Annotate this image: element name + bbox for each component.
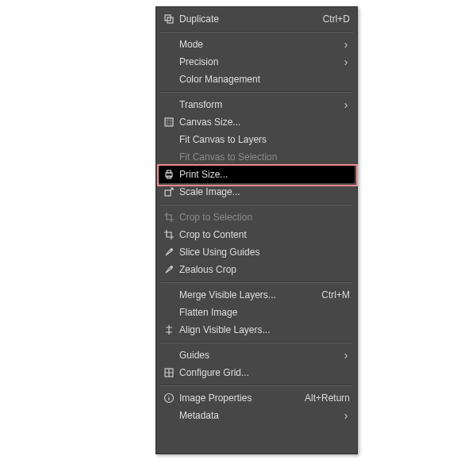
menu-item-label: Guides [179,350,340,361]
menu-item-configure-grid[interactable]: Configure Grid... [159,364,355,381]
svg-point-7 [171,249,172,251]
menu-separator [160,91,353,93]
crop-icon [159,229,179,240]
menu-item-image-properties[interactable]: Image PropertiesAlt+Return [159,389,355,407]
menu-item-label: Mode [179,39,340,50]
scale-icon [159,186,179,197]
menu-item-label: Crop to Content [179,229,355,240]
menu-separator [160,385,353,386]
menu-item-label: Fit Canvas to Selection [179,151,355,163]
canvas-size-icon [159,117,179,128]
menu-item-zealous-crop[interactable]: Zealous Crop [159,261,355,278]
grid-icon [159,367,179,378]
menu-item-slice-guides[interactable]: Slice Using Guides [159,243,355,261]
print-icon [159,169,179,180]
menu-item-label: Align Visible Layers... [179,324,355,335]
menu-item-label: Zealous Crop [179,264,355,275]
menu-item-precision[interactable]: Precision› [159,53,355,71]
menu-item-label: Precision [179,56,340,67]
menu-item-color-management[interactable]: Color Management [159,71,355,88]
crop-icon [159,212,179,223]
menu-item-mode[interactable]: Mode› [159,36,355,53]
submenu-arrow-icon: › [340,410,355,421]
svg-rect-6 [165,190,171,196]
slice-icon [159,264,179,275]
submenu-arrow-icon: › [340,99,355,110]
menu-item-crop-selection: Crop to Selection [159,209,355,226]
svg-rect-2 [165,118,173,126]
svg-rect-4 [167,170,171,173]
duplicate-icon [159,13,179,25]
submenu-arrow-icon: › [340,350,355,361]
menu-item-align-visible[interactable]: Align Visible Layers... [159,321,355,339]
menu-item-shortcut: Alt+Return [305,392,355,404]
menu-item-metadata[interactable]: Metadata› [159,407,355,424]
menu-item-shortcut: Ctrl+D [323,13,355,25]
submenu-arrow-icon: › [340,39,355,50]
menu-item-label: Duplicate [179,13,323,25]
svg-point-8 [171,266,172,268]
menu-item-crop-content[interactable]: Crop to Content [159,226,355,243]
menu-item-label: Print Size... [179,169,355,180]
menu-item-duplicate[interactable]: DuplicateCtrl+D [159,10,355,28]
menu-item-label: Transform [179,99,340,110]
menu-item-fit-canvas-layers[interactable]: Fit Canvas to Layers [159,131,355,148]
menu-item-label: Metadata [179,410,340,421]
menu-item-label: Scale Image... [179,186,355,197]
menu-item-shortcut: Ctrl+M [321,289,355,300]
menu-item-label: Flatten Image [179,307,355,318]
menu-separator [160,281,353,283]
menu-item-guides[interactable]: Guides› [159,346,355,364]
menu-item-flatten-image[interactable]: Flatten Image [159,304,355,321]
menu-item-scale-image[interactable]: Scale Image... [159,183,355,201]
menu-item-canvas-size[interactable]: Canvas Size... [159,113,355,131]
menu-item-transform[interactable]: Transform› [159,96,355,113]
menu-item-label: Fit Canvas to Layers [179,134,355,145]
menu-item-label: Crop to Selection [179,212,355,223]
menu-item-merge-visible[interactable]: Merge Visible Layers...Ctrl+M [159,286,355,304]
menu-item-label: Configure Grid... [179,367,355,378]
align-icon [159,324,179,335]
submenu-arrow-icon: › [340,56,355,67]
menu-item-fit-canvas-selection: Fit Canvas to Selection [159,148,355,166]
menu-item-label: Canvas Size... [179,117,355,128]
menu-item-label: Color Management [179,74,355,85]
slice-icon [159,247,179,258]
menu-separator [160,204,353,205]
menu-item-label: Merge Visible Layers... [179,289,321,300]
menu-item-label: Image Properties [179,392,305,404]
menu-separator [160,342,353,343]
menu-separator [160,31,353,33]
menu-item-label: Slice Using Guides [179,247,355,258]
info-icon [159,392,179,404]
image-context-menu: DuplicateCtrl+DMode›Precision›Color Mana… [155,6,358,454]
menu-item-print-size[interactable]: Print Size... [159,166,355,183]
